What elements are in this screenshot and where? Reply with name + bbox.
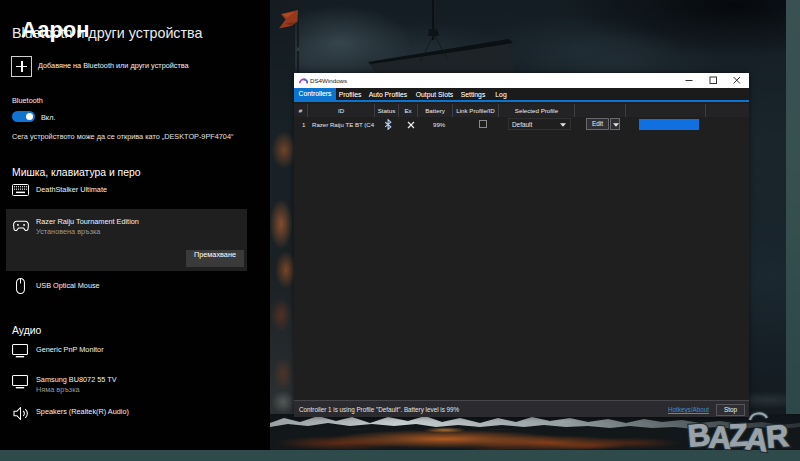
svg-text:R: R: [764, 418, 789, 455]
